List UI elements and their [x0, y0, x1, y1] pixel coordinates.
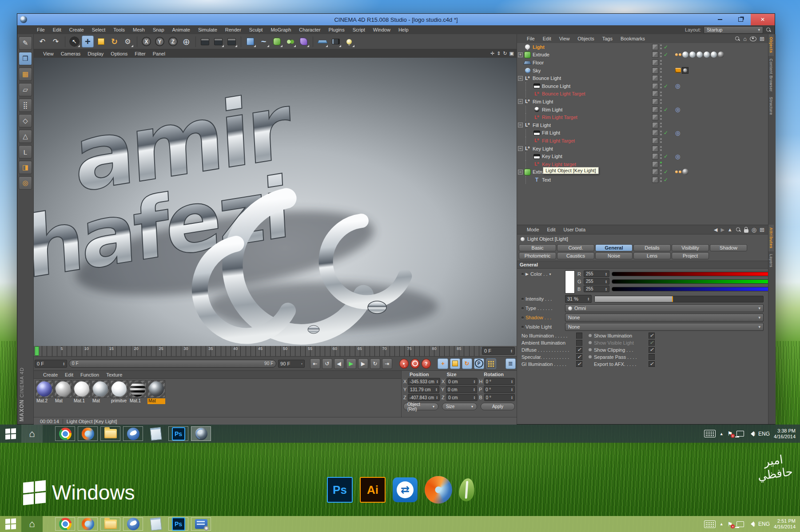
workplane-mode-icon[interactable]: ▱: [19, 83, 32, 96]
enabled-check[interactable]: ✓: [664, 83, 669, 89]
green-slider[interactable]: [612, 279, 772, 284]
om-visibility-icon[interactable]: [750, 36, 756, 41]
tab-noise[interactable]: Noise: [595, 252, 633, 259]
panel-tab-layers[interactable]: Layers: [768, 251, 774, 270]
coreldraw-shortcut-icon[interactable]: [458, 477, 476, 502]
enabled-check[interactable]: ✓: [664, 107, 669, 113]
visibility-dots[interactable]: [660, 131, 662, 135]
play-button[interactable]: ▶: [346, 358, 356, 369]
material-item[interactable]: Mat: [54, 380, 72, 404]
notepad-taskbar-icon[interactable]: [146, 517, 166, 531]
layer-toggle[interactable]: [652, 107, 658, 113]
polygons-mode-icon[interactable]: △: [19, 130, 32, 143]
material-tag-icon[interactable]: [704, 52, 710, 58]
light-type-dropdown[interactable]: Omni▾: [565, 304, 764, 312]
om-search-icon[interactable]: [735, 36, 740, 41]
render-settings-icon[interactable]: [226, 36, 238, 48]
inner-notepad-icon[interactable]: [146, 426, 166, 441]
live-selection-icon[interactable]: [68, 36, 80, 48]
next-frame-button[interactable]: ▶: [358, 358, 368, 369]
object-name[interactable]: Fill Light: [533, 123, 551, 128]
visibility-dots[interactable]: [660, 44, 662, 49]
coord-rotation-field-p[interactable]: 0 °▲▼: [484, 386, 515, 393]
layer-toggle[interactable]: [652, 67, 658, 74]
object-name[interactable]: Fill Light: [542, 130, 560, 135]
inner-dove-app-icon[interactable]: [123, 426, 143, 441]
viewport-toggle-icon[interactable]: ▣: [509, 51, 514, 56]
target-tag-icon[interactable]: ◎: [675, 153, 680, 160]
viewport-pan-icon[interactable]: ✛: [490, 51, 494, 56]
layer-toggle[interactable]: [652, 91, 658, 97]
layer-toggle[interactable]: [652, 169, 658, 175]
panel-tab-structure[interactable]: Structure: [768, 94, 774, 118]
menu-item-animate[interactable]: Animate: [169, 26, 194, 33]
visibility-dots[interactable]: [660, 123, 662, 127]
last-tool-icon[interactable]: [122, 36, 134, 48]
visibility-dots[interactable]: [660, 99, 662, 104]
frame-range-scrollbar[interactable]: 0 F 90 F: [69, 360, 276, 368]
menu-item-tags[interactable]: Tags: [599, 36, 616, 42]
layer-toggle[interactable]: [652, 83, 658, 89]
hidden-icons-arrow[interactable]: ▲: [720, 522, 724, 526]
playback-settings-button[interactable]: ≣: [505, 358, 516, 369]
compositing-tag-icon[interactable]: [675, 68, 681, 73]
object-name[interactable]: Floor: [533, 60, 544, 65]
volume-icon[interactable]: )): [748, 431, 754, 437]
apply-button[interactable]: Apply: [481, 403, 515, 410]
layer-toggle[interactable]: [652, 153, 658, 159]
panel-tab-objects[interactable]: Objects: [768, 34, 774, 56]
layer-toggle[interactable]: [652, 161, 658, 167]
object-row[interactable]: Floor: [517, 59, 768, 67]
object-row[interactable]: −Rim Light: [517, 98, 768, 106]
menu-item-sculpt[interactable]: Sculpt: [246, 26, 267, 33]
menu-item-character[interactable]: Character: [295, 26, 324, 33]
red-slider[interactable]: [612, 272, 772, 276]
object-mode-dropdown[interactable]: Object (Rel)▾: [403, 403, 438, 410]
layer-toggle[interactable]: [652, 122, 658, 128]
layer-toggle[interactable]: [652, 44, 658, 50]
menu-item-file[interactable]: File: [33, 26, 48, 33]
inner-chrome-icon[interactable]: [55, 426, 75, 441]
visibility-dots[interactable]: [660, 154, 662, 159]
panel-tab-attributes[interactable]: Attributes: [768, 225, 774, 251]
enabled-check[interactable]: ✓: [664, 169, 669, 175]
touch-keyboard-icon[interactable]: [704, 520, 716, 528]
rotate-icon[interactable]: [108, 36, 120, 48]
tab-general[interactable]: General: [595, 244, 633, 251]
layer-toggle[interactable]: [652, 99, 658, 105]
panel-tab-content-browser[interactable]: Content Browser: [768, 56, 774, 95]
illustrator-shortcut-icon[interactable]: Ai: [360, 477, 386, 503]
menu-item-edit[interactable]: Edit: [539, 36, 555, 42]
object-row[interactable]: Text✓: [517, 176, 768, 184]
menu-item-script[interactable]: Script: [349, 26, 369, 33]
visible-light-dropdown[interactable]: None▾: [565, 323, 764, 331]
expand-toggle[interactable]: −: [518, 146, 523, 151]
viewport-rotate-icon[interactable]: ↻: [503, 51, 507, 56]
om-add-panel-icon[interactable]: [760, 36, 764, 42]
close-button[interactable]: ✕: [751, 14, 775, 25]
object-row[interactable]: +Extrude✓: [517, 51, 768, 59]
checkbox[interactable]: ✓: [576, 354, 582, 360]
paint-mode-icon[interactable]: ◨: [19, 161, 32, 174]
material-item[interactable]: Mat.1: [129, 380, 147, 404]
menu-item-help[interactable]: Help: [395, 26, 412, 33]
display-settings-taskbar-icon[interactable]: [191, 517, 211, 531]
snap-mode-icon[interactable]: ◎: [19, 176, 32, 190]
points-mode-icon[interactable]: ⣿: [19, 99, 32, 112]
action-center-icon[interactable]: ⚑: [728, 521, 733, 528]
network-icon[interactable]: [736, 521, 744, 527]
visibility-dots[interactable]: [660, 91, 662, 96]
material-item[interactable]: Mat.1: [73, 380, 91, 404]
checkbox[interactable]: [576, 340, 582, 346]
coordinate-system-icon[interactable]: [180, 36, 192, 48]
add-environment-icon[interactable]: [316, 36, 328, 48]
expand-toggle[interactable]: −: [518, 99, 523, 104]
menu-item-simulate[interactable]: Simulate: [195, 26, 221, 33]
channel-value-g[interactable]: 255▲▼: [584, 278, 609, 285]
material-tag-icon[interactable]: [682, 52, 689, 58]
menu-item-file[interactable]: File: [523, 36, 538, 42]
layer-toggle[interactable]: [652, 114, 658, 120]
visibility-dots[interactable]: [660, 60, 662, 65]
material-item[interactable]: primitve: [110, 380, 128, 404]
menu-item-create[interactable]: Create: [66, 26, 88, 33]
